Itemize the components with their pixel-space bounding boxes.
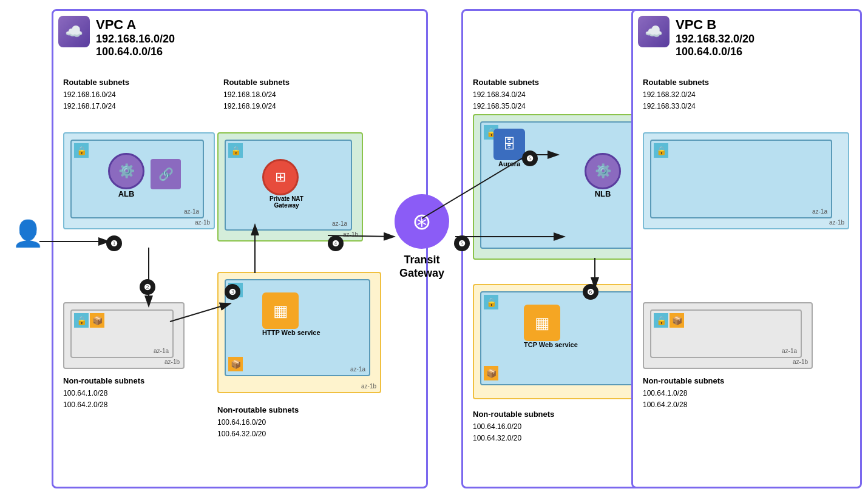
transit-gw-label: Transit Gateway [399,254,444,280]
step-3-circle: ❸ [225,284,240,300]
tcp-service: ▦ TCP Web service [524,305,578,348]
vpc-a-cidr1: 192.168.16.0/20 [96,33,175,46]
vpc-b-nonroutable-cidr1: 100.64.1.0/28 [643,389,687,397]
vpc-a-routable-mid-title: Routable subnets [223,78,290,87]
vpc-b-nonroutable-inner: 🔒 📦 az-1a [650,309,802,358]
http-service: ▦ HTTP Web service [262,292,320,336]
vpc-b-nonroutable-mid-title: Non-routable subnets [473,410,554,419]
vpc-b-cidr2: 100.64.0.0/16 [676,46,754,58]
vpc-b-nonroutable-orange-icon: 📦 [670,313,684,328]
nat-subnet-inner: 🔒 ⊞ Private NAT Gateway az-1a [225,140,352,231]
step-6-circle: ❻ [583,284,598,300]
step-5a-circle: ❺ [522,150,538,166]
vpc-b-routable-right-cidr2: 192.168.33.0/24 [643,102,696,110]
vpc-a-routable-cidr1: 192.168.16.0/24 [63,90,116,99]
http-subnet-inner: 🔒 ▦ HTTP Web service 📦 az-1a [225,279,370,376]
vpc-a-nonroutable-priv-icon: 🔒 [74,313,89,328]
step-2-circle: ❷ [140,279,155,295]
vpc-a-nonroutable-outer: az-1b 🔒 📦 az-1a [63,302,185,369]
vpc-b-nonroutable-az1b: az-1b [793,359,808,365]
vpc-a-routable-label-left: Routable subnets 192.168.16.0/24 192.168… [63,76,129,112]
vpc-b-routable-right-cidr1: 192.168.32.0/24 [643,90,696,99]
vpc-a-nonroutable-mid-cidr1: 100.64.16.0/20 [217,418,266,427]
tcp-label: TCP Web service [524,341,578,348]
nat-label: Private NAT Gateway [262,195,311,209]
nat-subnet-outer: az-1b 🔒 ⊞ Private NAT Gateway az-1a [217,132,363,242]
nat-az1a-label: az-1a [332,220,347,227]
transit-gateway: ⊛ Transit Gateway [395,194,449,280]
nlb-icon: ⚙️ [585,153,621,189]
diagram: 🔒 private subnet 🔓 public subnet 👤 ☁️ VP… [0,0,868,500]
vpc-a-nonroutable-inner: 🔒 📦 az-1a [70,309,174,358]
vpc-b-cloud-icon: ☁️ [638,16,670,47]
aurora-icon: 🗄 [493,129,525,160]
tcp-priv-icon: 🔒 [484,295,498,309]
tcp-icon: ▦ [524,305,560,341]
alb-private-icon: 🔒 [74,143,89,158]
vpc-b-container: ☁️ VPC B 192.168.32.0/20 100.64.0.0/16 R… [631,9,862,488]
vpc-b-routable-right-label: Routable subnets 192.168.32.0/24 192.168… [643,76,709,112]
step-4-circle: ❹ [328,235,344,251]
http-az1b-label: az-1b [361,383,376,390]
aurora-label: Aurora [493,160,525,167]
nat-priv-icon: 🔒 [228,143,243,158]
http-orange-icon: 📦 [228,357,243,371]
vpc-a-nonroutable-mid-title: Non-routable subnets [217,405,299,414]
vpc-a-title: VPC A [96,17,175,33]
vpc-a-routable-mid-cidr2: 192.168.19.0/24 [223,102,276,110]
vpc-a-nonroutable-mid-label: Non-routable subnets 100.64.16.0/20 100.… [217,404,299,440]
vpc-b-nonroutable-cidr2: 100.64.2.0/28 [643,400,687,409]
vpc-b-routable-right-title: Routable subnets [643,78,709,87]
vpc-a-routable-label-mid: Routable subnets 192.168.18.0/24 192.168… [223,76,290,112]
user-icon: 👤 [12,218,44,248]
vpc-a-nonroutable-title: Non-routable subnets [63,376,144,385]
vpc-b-nonroutable-outer: az-1b 🔒 📦 az-1a [643,302,813,369]
vpc-b-nonroutable-mid-cidr2: 100.64.32.0/20 [473,434,521,442]
tcp-orange-icon: 📦 [484,366,498,380]
vpc-a-nonroutable-az1a: az-1a [154,348,169,354]
step-1-circle: ❶ [106,235,122,251]
vpc-a-routable-mid-cidr1: 192.168.18.0/24 [223,90,276,99]
nat-service: ⊞ Private NAT Gateway [262,159,311,209]
http-subnet-outer: az-1b 🔒 ▦ HTTP Web service 📦 az-1a [217,272,381,393]
vpc-a-routable-title-left: Routable subnets [63,78,129,87]
vpc-b-title: VPC B [676,17,754,33]
vpc-b-nonroutable-title: Non-routable subnets [643,376,724,385]
alb-az1a-label: az-1a [184,208,199,215]
nlb-label: NLB [585,189,621,198]
alb-aws-icon: 🔗 [151,159,181,189]
vpc-b-routable-inner: 🔒 az-1a [650,140,832,218]
vpc-b-nonroutable-az1a: az-1a [782,348,797,354]
vpc-b-routable-top-title: Routable subnets [473,78,539,87]
vpc-b-routable-az1b: az-1b [829,219,844,226]
alb-aws-block: 🔗 [151,159,181,189]
vpc-a-cidr2: 100.64.0.0/16 [96,46,175,58]
nat-az1b-label: az-1b [343,231,358,238]
vpc-b-routable-outer: az-1b 🔒 az-1a [643,132,849,229]
vpc-a-cloud-icon: ☁️ [58,16,90,47]
vpc-b-nonroutable-label: Non-routable subnets 100.64.1.0/28 100.6… [643,375,724,411]
alb-icon: ⚙️ [108,153,144,189]
vpc-b-cidr1: 192.168.32.0/20 [676,33,754,46]
http-az1a-label: az-1a [350,366,365,373]
vpc-a-nonroutable-cidr1: 100.64.1.0/28 [63,389,107,397]
http-icon: ▦ [262,292,299,329]
http-label: HTTP Web service [262,329,320,336]
vpc-b-routable-top-left: Routable subnets 192.168.34.0/24 192.168… [473,76,539,112]
vpc-b-title-block: VPC B 192.168.32.0/20 100.64.0.0/16 [676,17,754,58]
nlb-service: ⚙️ NLB [585,153,621,198]
vpc-a-nonroutable-mid-cidr2: 100.64.32.0/20 [217,430,266,438]
nat-icon: ⊞ [262,159,299,195]
vpc-a-nonroutable-label: Non-routable subnets 100.64.1.0/28 100.6… [63,375,144,411]
aurora-service: 🗄 Aurora [493,129,525,167]
vpc-a-nonroutable-az1b: az-1b [164,359,180,365]
vpc-a-routable-cidr2: 192.168.17.0/24 [63,102,116,110]
alb-subnet-outer: az-1b 🔒 ⚙️ ALB 🔗 az-1a [63,132,215,229]
vpc-b-nonroutable-mid-cidr1: 100.64.16.0/20 [473,422,521,431]
transit-gw-icon: ⊛ [395,194,449,249]
vpc-a-nonroutable-orange-icon: 📦 [90,313,104,328]
vpc-a-title-block: VPC A 192.168.16.0/20 100.64.0.0/16 [96,17,175,58]
alb-subnet-inner: 🔒 ⚙️ ALB 🔗 az-1a [70,140,204,218]
alb-label: ALB [108,189,144,198]
vpc-b-routable-top-cidr1: 192.168.34.0/24 [473,90,526,99]
